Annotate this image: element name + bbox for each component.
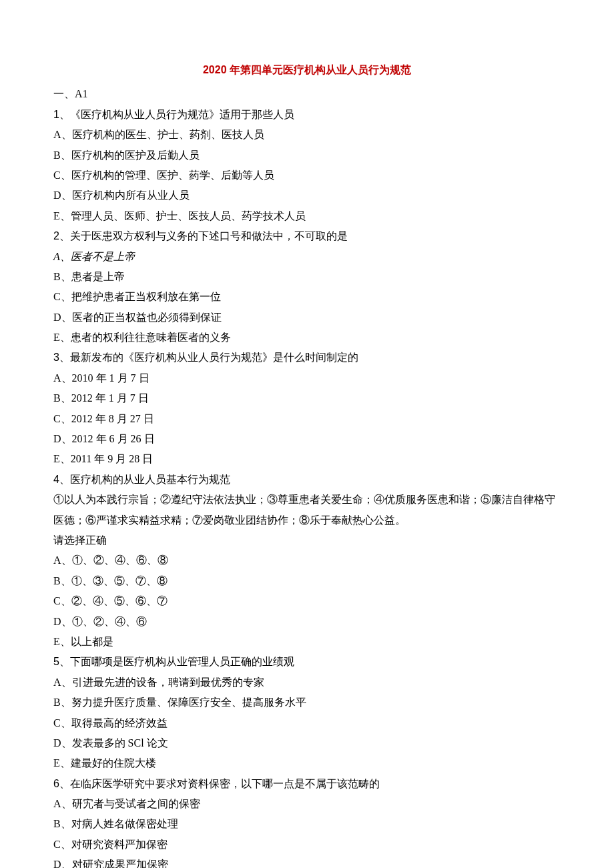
section-label: 一、A1 xyxy=(53,84,561,104)
q5-option-a: A、引进最先进的设备，聘请到最优秀的专家 xyxy=(53,673,561,693)
q3-option-e: E、2011 年 9 月 28 日 xyxy=(53,449,561,469)
q4-stem: 4、医疗机构的从业人员基本行为规范 xyxy=(53,470,561,490)
q2-option-e: E、患者的权利往往意味着医者的义务 xyxy=(53,328,561,348)
q1-option-b: B、医疗机构的医护及后勤人员 xyxy=(53,145,561,165)
q4-option-e: E、以上都是 xyxy=(53,632,561,652)
q2-option-d: D、医者的正当权益也必须得到保证 xyxy=(53,308,561,328)
q1-stem: 1、《医疗机构从业人员行为规范》适用于那些人员 xyxy=(53,105,561,125)
q3-option-b: B、2012 年 1 月 7 日 xyxy=(53,388,561,408)
q3-option-a: A、2010 年 1 月 7 日 xyxy=(53,368,561,388)
q6-option-c: C、对研究资料严加保密 xyxy=(53,835,561,855)
document-title: 2020 年第四单元医疗机构从业人员行为规范 xyxy=(53,60,561,80)
q4-option-a: A、①、②、④、⑥、⑧ xyxy=(53,550,561,570)
q6-option-b: B、对病人姓名做保密处理 xyxy=(53,814,561,834)
q3-option-d: D、2012 年 6 月 26 日 xyxy=(53,429,561,449)
q5-option-b: B、努力提升医疗质量、保障医疗安全、提高服务水平 xyxy=(53,693,561,713)
q1-option-e: E、管理人员、医师、护士、医技人员、药学技术人员 xyxy=(53,206,561,226)
q6-option-a: A、研宄者与受试者之间的保密 xyxy=(53,794,561,814)
q4-option-c: C、②、④、⑤、⑥、⑦ xyxy=(53,591,561,611)
q6-option-d: D、对研究成果严加保密 xyxy=(53,855,561,868)
q5-option-d: D、发表最多的 SCl 论文 xyxy=(53,733,561,753)
q5-stem: 5、下面哪项是医疗机构从业管理人员正确的业绩观 xyxy=(53,652,561,672)
q4-desc: ①以人为本践行宗旨；②遵纪守法依法执业；③尊重患者关爱生命；④优质服务医患和谐；… xyxy=(53,490,561,530)
q6-stem: 6、在临床医学研究中要求对资料保密，以下哪一点是不属于该范畴的 xyxy=(53,774,561,794)
q1-option-c: C、医疗机构的管理、医护、药学、后勤等人员 xyxy=(53,165,561,185)
q2-option-c: C、把维护患者正当权利放在第一位 xyxy=(53,287,561,307)
q2-stem: 2、关于医患双方权利与义务的下述口号和做法中，不可取的是 xyxy=(53,226,561,246)
q3-option-c: C、2012 年 8 月 27 日 xyxy=(53,409,561,429)
q4-option-d: D、①、②、④、⑥ xyxy=(53,612,561,632)
q2-option-b: B、患者是上帝 xyxy=(53,267,561,287)
q1-option-d: D、医疗机构内所有从业人员 xyxy=(53,185,561,205)
q1-option-a: A、医疗机构的医生、护士、药剂、医技人员 xyxy=(53,125,561,145)
q5-option-e: E、建最好的住院大楼 xyxy=(53,753,561,773)
q4-prompt: 请选择正确 xyxy=(53,530,561,550)
q3-stem: 3、最新发布的《医疗机构从业人员行为规范》是什么时间制定的 xyxy=(53,348,561,368)
q4-option-b: B、①、③、⑤、⑦、⑧ xyxy=(53,571,561,591)
q2-option-a: A、医者不是上帝 xyxy=(53,247,561,267)
q5-option-c: C、取得最高的经济效益 xyxy=(53,713,561,733)
